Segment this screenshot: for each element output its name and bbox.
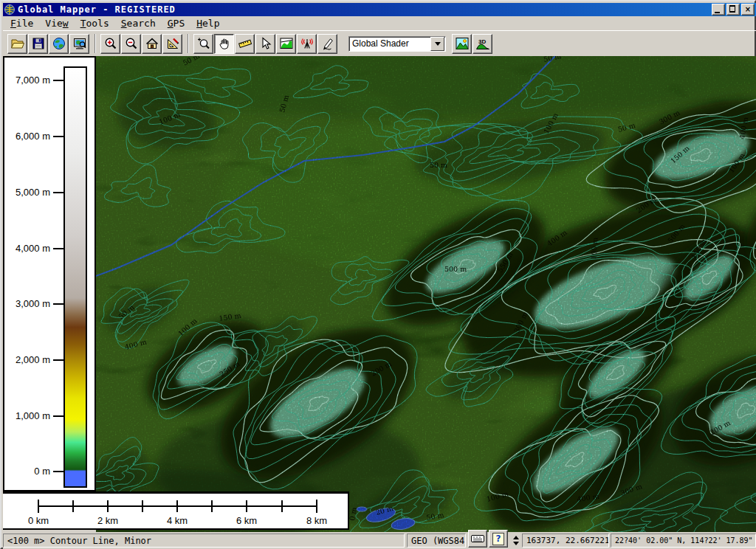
3d-view-icon: 3D — [475, 36, 490, 51]
elevation-colorbar — [63, 66, 87, 488]
spinner-down-icon — [513, 542, 519, 545]
keyboard-button[interactable] — [468, 530, 487, 548]
pointer-arrow-icon — [258, 36, 273, 51]
select-pointer-button[interactable] — [255, 34, 275, 54]
digitizer-pen-button[interactable] — [317, 34, 337, 54]
toolbar: Global Shader 3D — [3, 30, 756, 56]
scale-tick — [211, 500, 213, 512]
scale-label: 0 km — [16, 515, 61, 526]
scale-label: 4 km — [155, 515, 199, 526]
pen-icon — [320, 36, 335, 51]
view-shed-button[interactable] — [297, 34, 317, 54]
legend-tick — [53, 415, 63, 417]
pan-tool-button[interactable] — [214, 34, 234, 54]
full-view-button[interactable] — [142, 34, 162, 54]
save-button[interactable] — [28, 34, 48, 54]
scale-tick — [72, 500, 74, 512]
3d-label: 3D — [478, 38, 486, 45]
shader-dropdown[interactable]: Global Shader — [348, 36, 446, 52]
status-coords-panel: 163737, 22.66722137 ) — [522, 534, 609, 548]
menu-search[interactable]: Search — [115, 16, 162, 30]
status-bar: <100 m> Contour Line, Minor GEO (WGS84 ?… — [3, 532, 756, 549]
minimize-button[interactable] — [712, 4, 725, 15]
status-feature-panel: <100 m> Contour Line, Minor — [3, 534, 405, 548]
legend-tick — [53, 136, 63, 137]
shader-dropdown-value: Global Shader — [349, 38, 430, 49]
legend-tick — [53, 80, 63, 81]
path-profile-button[interactable] — [276, 34, 296, 54]
shader-dropdown-button[interactable] — [430, 37, 444, 51]
ruler-icon — [238, 36, 252, 51]
legend-tick — [53, 303, 63, 305]
zoom-in-button[interactable] — [100, 34, 120, 54]
scale-label: 2 km — [86, 515, 130, 526]
menu-gps[interactable]: GPS — [162, 16, 190, 30]
zoom-tool-icon — [196, 36, 211, 51]
close-icon: × — [745, 6, 751, 13]
home-icon — [145, 36, 159, 51]
scale-tick — [142, 500, 143, 512]
legend-tick-label: 7,000 m — [4, 75, 50, 86]
menu-help[interactable]: Help — [190, 16, 225, 30]
keyboard-icon — [471, 534, 484, 543]
help-icon: ? — [492, 533, 504, 545]
scale-bar: 0 km 2 km 4 km 6 km 8 km — [3, 491, 349, 530]
save-icon — [31, 36, 46, 51]
legend-tick — [53, 359, 63, 361]
3d-view-button[interactable]: 3D — [472, 34, 492, 54]
menu-view[interactable]: View — [39, 16, 74, 30]
elevation-legend: 7,000 m 6,000 m 5,000 m 4,000 m 3,000 m … — [3, 56, 96, 491]
display-options-button[interactable] — [69, 34, 89, 54]
restore-button[interactable] — [726, 4, 740, 15]
world-button[interactable] — [49, 34, 69, 54]
open-button[interactable] — [7, 34, 27, 54]
landscape-image-icon — [455, 36, 470, 51]
legend-tick-label: 5,000 m — [4, 187, 50, 198]
scale-tick — [107, 500, 109, 512]
legend-tick-label: 4,000 m — [4, 243, 50, 254]
scale-tick — [246, 500, 247, 512]
legend-tick-label: 3,000 m — [4, 298, 50, 309]
scale-tick — [316, 500, 317, 513]
terrain-svg: 50 m50 m100 m50 m50 m100 m50 m300 m400 m… — [96, 56, 756, 532]
scale-label: 8 km — [295, 515, 339, 526]
scale-tick — [38, 500, 39, 513]
scale-tick — [176, 500, 178, 512]
display-options-icon — [72, 36, 87, 51]
legend-tick — [53, 192, 63, 193]
legend-tick-label: 6,000 m — [4, 131, 50, 142]
set-square-pencil-icon — [165, 36, 180, 51]
menu-tools[interactable]: Tools — [75, 16, 115, 30]
legend-tick-label: 0 m — [4, 466, 50, 477]
restore-icon — [729, 6, 735, 12]
antenna-tower-icon — [300, 36, 315, 51]
measure-tool-button[interactable] — [235, 34, 255, 54]
app-window: Global Mapper - REGISTERED × File View T… — [0, 0, 756, 549]
scale-tick — [281, 500, 283, 512]
map-canvas[interactable]: 50 m50 m100 m50 m50 m100 m50 m300 m400 m… — [96, 56, 756, 532]
chevron-down-icon — [435, 42, 441, 46]
zoom-tool-button[interactable] — [193, 34, 213, 54]
minimize-icon — [715, 12, 720, 13]
menu-bar: File View Tools Search GPS Help — [3, 16, 756, 30]
zoom-out-button[interactable] — [121, 34, 141, 54]
image-swatch-button[interactable] — [452, 34, 472, 54]
legend-tick-label: 1,000 m — [4, 410, 50, 421]
spinner-up-icon — [513, 536, 519, 539]
close-button[interactable]: × — [741, 4, 755, 15]
path-profile-icon — [279, 36, 294, 51]
legend-tick — [53, 248, 63, 249]
toolbar-separator — [94, 34, 96, 53]
title-bar: Global Mapper - REGISTERED × — [3, 3, 756, 16]
toolbar-separator — [188, 34, 189, 53]
menu-file[interactable]: File — [4, 16, 39, 30]
scale-label: 6 km — [224, 515, 269, 526]
legend-tick-label: 2,000 m — [4, 354, 50, 365]
coordinate-spinner[interactable] — [511, 534, 520, 547]
world-icon — [52, 36, 66, 51]
scale-line — [38, 505, 317, 507]
zoom-out-icon — [124, 36, 139, 51]
configure-button[interactable] — [162, 34, 182, 54]
help-button[interactable]: ? — [489, 530, 508, 548]
window-title: Global Mapper - REGISTERED — [18, 4, 176, 15]
